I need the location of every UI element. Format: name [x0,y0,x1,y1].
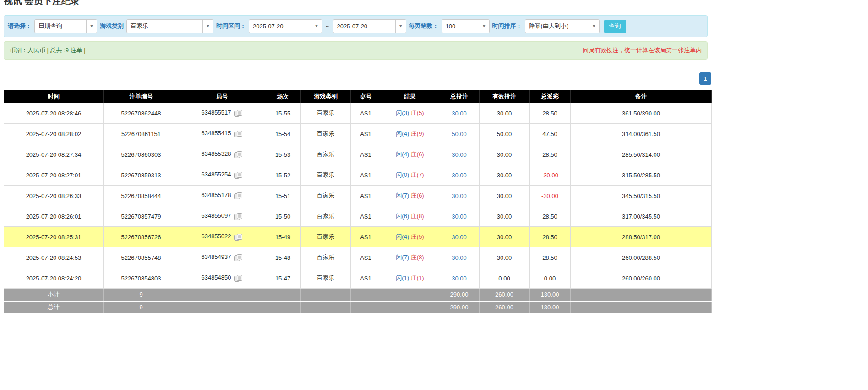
sort-select[interactable]: 降幂(由大到小) ▼ [525,19,600,33]
cell-time: 2025-07-20 08:24:53 [4,247,104,268]
cell-result: 闲(7) 庄(6) [381,186,439,206]
view-cards-icon[interactable] [234,171,243,179]
page-size-value: 100 [442,23,459,30]
cell-remark: 314.00/361.50 [571,124,712,144]
round-number: 634854850 [201,274,231,281]
total-bet-link[interactable]: 30.00 [452,234,467,241]
cell-valid-bet: 50.00 [480,124,530,144]
table-header-row: 时间 注单编号 局号 场次 游戏类别 桌号 结果 总投注 有效投注 总派彩 备注 [4,90,712,103]
cell-round: 634855328 [179,144,265,165]
view-cards-icon[interactable] [234,192,243,200]
sort-label: 时间排序： [492,22,522,30]
view-cards-icon[interactable] [234,151,243,159]
cell-total-bet: 30.00 [439,165,480,186]
cell-result: 闲(1) 庄(1) [381,268,439,289]
cell-total-bet: 30.00 [439,247,480,268]
filter-bar: 请选择： 日期查询 ▼ 游戏类别 百家乐 ▼ 时间区间： 2025-07-20 … [4,15,708,37]
total-bet-link[interactable]: 30.00 [452,192,467,199]
cell-valid-bet: 30.00 [480,165,530,186]
view-cards-icon[interactable] [234,213,243,220]
cell-total-bet: 30.00 [439,103,480,124]
cell-payout: 28.50 [530,227,571,247]
player-result: 闲(6) [396,213,409,220]
total-bet-link[interactable]: 50.00 [452,131,467,137]
cell-session: 15-50 [265,206,301,227]
cell-game-type: 百家乐 [301,165,351,186]
cell-payout: 28.50 [530,103,571,124]
cell-result: 闲(4) 庄(5) [381,227,439,247]
total-payout: 130.00 [530,301,571,313]
cell-session: 15-53 [265,144,301,165]
total-bet-link[interactable]: 30.00 [452,151,467,158]
query-type-select[interactable]: 日期查询 ▼ [34,19,97,33]
round-number: 634855254 [201,171,231,178]
total-bet-link[interactable]: 30.00 [452,213,467,220]
page-button-1[interactable]: 1 [699,72,711,85]
view-cards-icon[interactable] [234,275,243,282]
view-cards-icon[interactable] [234,254,243,262]
page-size-select[interactable]: 100 ▼ [442,19,490,33]
total-bet-link[interactable]: 30.00 [452,275,467,282]
sort-value: 降幂(由大到小) [525,22,573,30]
player-result: 闲(4) [396,130,409,137]
cell-payout: 28.50 [530,247,571,268]
cell-session: 15-48 [265,247,301,268]
cell-round: 634855517 [179,103,265,124]
total-bet-link[interactable]: 30.00 [452,254,467,261]
cell-table-no: AS1 [351,144,381,165]
cell-table-no: AS1 [351,268,381,289]
banker-result: 庄(6) [411,192,424,199]
player-result: 闲(7) [396,192,409,199]
table-row: 2025-07-20 08:28:02 522670861151 6348554… [4,124,712,144]
cell-remark: 315.50/285.50 [571,165,712,186]
cell-table-no: AS1 [351,206,381,227]
date-to-select[interactable]: 2025-07-20 ▼ [333,19,406,33]
page-size-label: 每页笔数： [409,22,439,30]
cell-bet-id: 522670860303 [104,144,179,165]
cell-bet-id: 522670859313 [104,165,179,186]
cell-session: 15-49 [265,227,301,247]
col-header-round: 局号 [179,90,265,103]
total-bet-link[interactable]: 30.00 [452,110,467,117]
time-range-label: 时间区间： [216,22,246,30]
cell-time: 2025-07-20 08:26:33 [4,186,104,206]
cell-result: 闲(0) 庄(7) [381,165,439,186]
cell-game-type: 百家乐 [301,103,351,124]
table-row: 2025-07-20 08:26:01 522670857479 6348550… [4,206,712,227]
cell-result: 闲(4) 庄(6) [381,144,439,165]
view-cards-icon[interactable] [234,233,243,241]
currency-summary-text: 币别：人民币 | 总共 :9 注单 | [10,46,86,55]
total-bet-link[interactable]: 30.00 [452,172,467,179]
cell-round: 634855097 [179,206,265,227]
cell-game-type: 百家乐 [301,206,351,227]
view-cards-icon[interactable] [234,110,243,117]
cell-payout: 47.50 [530,124,571,144]
total-count: 9 [104,301,179,313]
banker-result: 庄(5) [411,110,424,116]
col-header-total-bet: 总投注 [439,90,480,103]
cell-result: 闲(7) 庄(8) [381,247,439,268]
cell-valid-bet: 0.00 [480,268,530,289]
game-type-select[interactable]: 百家乐 ▼ [126,19,213,33]
cell-table-no: AS1 [351,186,381,206]
cell-remark: 260.00/260.00 [571,268,712,289]
banker-result: 庄(9) [411,130,424,137]
cell-round: 634855178 [179,186,265,206]
player-result: 闲(4) [396,151,409,158]
col-header-session: 场次 [265,90,301,103]
cell-round: 634854850 [179,268,265,289]
cell-total-bet: 30.00 [439,268,480,289]
search-button[interactable]: 查询 [604,20,626,33]
cell-bet-id: 522670862448 [104,103,179,124]
table-row: 2025-07-20 08:24:53 522670855748 6348549… [4,247,712,268]
cell-table-no: AS1 [351,227,381,247]
cell-time: 2025-07-20 08:24:20 [4,268,104,289]
chevron-down-icon: ▼ [202,20,213,33]
subtotal-count: 9 [104,289,179,301]
cell-session: 15-54 [265,124,301,144]
total-label: 总计 [4,301,104,313]
date-from-select[interactable]: 2025-07-20 ▼ [249,19,322,33]
view-cards-icon[interactable] [234,130,243,138]
round-number: 634855022 [201,233,231,240]
table-row: 2025-07-20 08:24:20 522670854803 6348548… [4,268,712,289]
